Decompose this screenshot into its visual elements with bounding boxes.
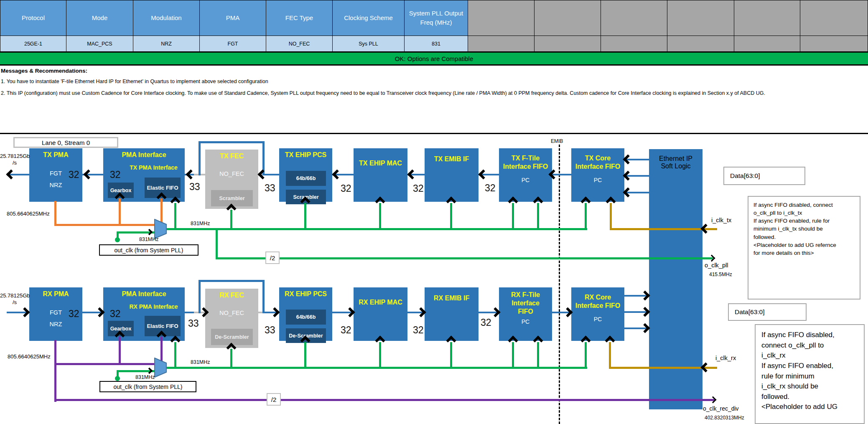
o-clk-pll-line	[216, 257, 713, 259]
rx-831-clock-branch	[537, 342, 539, 368]
rx-bus-width: 32	[341, 325, 351, 336]
tx-ftile-fifo-block: TX F-Tile Interface FIFO PC	[499, 148, 552, 202]
arrow-right-icon	[20, 307, 30, 317]
tx-831-clock-line	[167, 228, 587, 230]
rx-fec-bypass-line	[199, 280, 265, 282]
rx-pma-clock-line	[54, 363, 158, 365]
tx-pma-title: TX PMA	[29, 148, 82, 159]
i-clk-tx-line	[610, 203, 612, 230]
cell-empty	[534, 36, 601, 52]
arrow-right-icon	[146, 229, 153, 236]
o-clk-rec-div-label: o_clk_rec_div	[703, 405, 739, 412]
tx-pma-clock-line	[54, 224, 157, 226]
cell-modulation[interactable]: NRZ	[133, 36, 200, 52]
tx-div2-branch	[216, 229, 218, 259]
cell-empty	[667, 36, 734, 52]
arrow-right-icon	[640, 307, 650, 317]
emib-boundary-line	[559, 145, 560, 424]
cell-protocol[interactable]: 25GE-1	[0, 36, 66, 52]
tx-fec-title: TX FEC	[205, 150, 258, 160]
arrow-right-icon	[640, 323, 650, 333]
tx-831-clock-branch	[450, 203, 452, 229]
col-header-protocol: Protocol	[0, 0, 66, 36]
tx-bus-width: 32	[413, 183, 424, 194]
rx-831mhz-label: 831MHz	[191, 359, 210, 365]
tx-note-box: If async FIFO disabled, connect o_clk_pl…	[748, 196, 860, 300]
rx-bus-width: 33	[265, 325, 275, 336]
rx-pma-line2: NRZ	[29, 321, 82, 328]
tx-pma-clock-line	[119, 198, 121, 226]
rx-pma-clock-line	[119, 337, 121, 365]
rx-note-box: If async FIFO disabled, connect o_clk_pl…	[755, 324, 865, 424]
col-header-mode: Mode	[66, 0, 133, 36]
cell-clocking-scheme[interactable]: Sys PLL	[332, 36, 405, 52]
arrow-left-icon	[257, 169, 267, 179]
rx-pma-interface-subtitle: RX PMA Interface	[122, 303, 185, 311]
rx-831-clock-branch	[585, 342, 587, 368]
i-clk-tx-label: i_clk_tx	[711, 217, 731, 223]
arrow-left-icon	[478, 169, 488, 179]
tx-831-clock-branch	[537, 203, 539, 229]
tx-831-clock-branch	[585, 203, 587, 229]
tx-ehip-pcs-title: TX EHIP PCS	[279, 148, 332, 159]
cell-empty	[800, 36, 868, 52]
cell-fec-type[interactable]: NO_FEC	[266, 36, 333, 52]
cell-mode[interactable]: MAC_PCS	[66, 36, 133, 52]
cell-empty	[601, 36, 667, 52]
col-header-empty	[734, 0, 800, 36]
tx-pcs-64b66b-block: 64b/66b	[286, 171, 326, 186]
arrow-right-icon	[640, 290, 650, 300]
o-clk-rec-div-line	[54, 399, 715, 401]
ethernet-ip-soft-logic-label: Ethernet IP Soft Logic	[659, 155, 692, 170]
message-2: 2. This IP (configuration) must use Cust…	[1, 89, 863, 98]
tx-ehip-mac-title: TX EHIP MAC	[354, 148, 407, 168]
tx-bus-width: 32	[341, 183, 351, 194]
tx-pma-interface-subtitle: TX PMA Interface	[122, 164, 185, 172]
tx-pma-interface-title: PMA Interface	[103, 148, 185, 159]
rx-pma-title: RX PMA	[29, 287, 82, 298]
cell-empty	[734, 36, 800, 52]
rx-fec-title: RX FEC	[205, 289, 258, 300]
arrow-right-icon	[146, 368, 153, 374]
rx-core-fifo-block: RX Core Interface FIFO PC	[571, 287, 624, 341]
rx-ehip-mac-block: RX EHIP MAC	[354, 287, 407, 341]
rx-emib-if-block: RX EMIB IF	[425, 287, 479, 341]
rx-outclk-line	[117, 371, 119, 380]
col-header-fec-type: FEC Type	[266, 0, 333, 36]
rx-div2-box: /2	[267, 393, 281, 406]
rx-clock-mux	[154, 358, 167, 378]
tx-clock-mux	[154, 219, 167, 239]
arrow-left-icon	[623, 187, 633, 197]
lane-label-box: Lane 0, Stream 0	[13, 137, 118, 148]
i-clk-rx-label: i_clk_rx	[715, 355, 736, 361]
arrow-left-icon	[186, 169, 196, 179]
col-header-syspll-freq: System PLL Output Freq (MHz)	[404, 0, 468, 36]
message-1: 1. You have to instantiate 'F-tile Ether…	[1, 79, 268, 84]
cell-pma[interactable]: FGT	[199, 36, 266, 52]
tx-831mhz-label: 831MHz	[191, 221, 210, 226]
rx-831-clock-branch	[512, 342, 514, 368]
rx-ftile-fifo-pc: PC	[499, 318, 552, 325]
tx-data-box: Data[63:0]	[723, 167, 805, 185]
arrow-right-icon	[270, 307, 280, 317]
rx-bus-width: 33	[188, 318, 199, 329]
tx-div2-box: /2	[265, 251, 280, 264]
arrow-left-icon	[6, 169, 16, 179]
tx-outclk-line	[117, 232, 119, 241]
o-clk-pll-label: o_clk_pll	[705, 262, 728, 269]
col-header-empty	[534, 0, 601, 36]
cell-syspll-freq[interactable]: 831	[404, 36, 468, 52]
arrow-left-icon	[332, 169, 342, 179]
tx-core-fifo-pc: PC	[571, 177, 624, 183]
rx-831-clock-branch	[379, 342, 381, 368]
tx-ftile-fifo-pc: PC	[499, 177, 552, 183]
tx-outclk-box: out_clk (from System PLL)	[99, 244, 199, 256]
tx-fec-bypass-line	[199, 141, 265, 143]
tx-831-clock-branch	[512, 203, 514, 229]
col-header-empty	[800, 0, 868, 36]
arrow-left-icon	[623, 170, 633, 180]
arrow-left-icon	[623, 154, 633, 164]
tx-pma-line2: NRZ	[29, 182, 82, 188]
o-clk-pll-freq-label: 415.5MHz	[709, 272, 732, 277]
tx-fec-mode: NO_FEC	[205, 170, 258, 177]
